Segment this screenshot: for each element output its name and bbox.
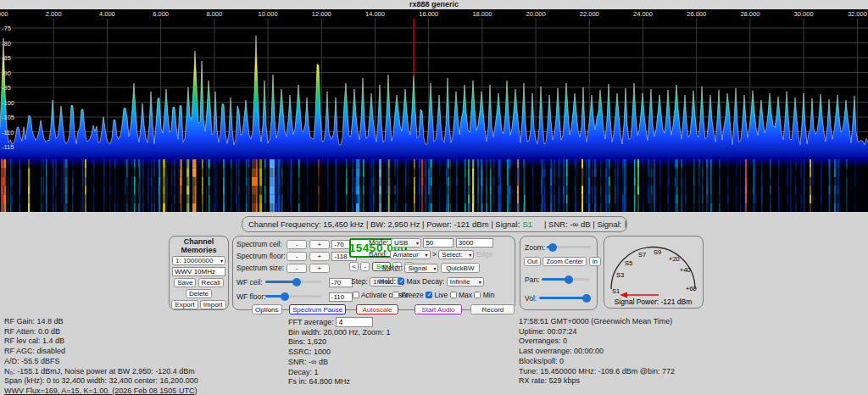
spectrum-floor-row: Spectrum floor: - + — [236, 252, 357, 261]
zoom-center-button[interactable]: Zoom Center — [542, 257, 587, 266]
meter-scale-s1: S1 — [612, 287, 620, 295]
chevron-down-icon: ▾ — [426, 252, 428, 258]
waterfall-display[interactable] — [0, 157, 868, 212]
filter-high-input[interactable] — [456, 238, 493, 248]
zoom-out-button[interactable]: Out — [524, 257, 541, 266]
max-label: Max — [459, 291, 472, 299]
min-checkbox[interactable] — [474, 292, 481, 298]
svg-text:0.000: 0.000 — [0, 10, 8, 18]
memory-label-input[interactable] — [172, 267, 225, 276]
spectrum-size-plus-button[interactable]: + — [309, 264, 330, 273]
pan-label: Pan: — [525, 275, 540, 284]
svg-text:4.000: 4.000 — [99, 10, 115, 18]
channel-memories-title-2: Memories — [170, 247, 228, 255]
stat-line: A/D: -55.5 dBFS — [4, 357, 198, 367]
band-segment-select[interactable]: Select:▾ — [438, 250, 474, 259]
step-label: Step: — [351, 277, 368, 286]
volume-slider[interactable] — [539, 297, 588, 299]
stat-line: SSRC: 1000 — [288, 348, 391, 358]
svg-text:18.000: 18.000 — [472, 10, 492, 18]
stat-line: Bin width: 20,000 Hz, Zoom: 1 — [288, 328, 391, 338]
meter-scale-p40: +40 — [680, 266, 691, 274]
tune-minus-button[interactable]: - — [360, 262, 370, 271]
zoom-in-button[interactable]: In — [589, 257, 601, 266]
svg-text:32.000: 32.000 — [848, 10, 867, 18]
freeze-checkbox[interactable] — [392, 292, 399, 298]
stat-line: RF lev cal: 1.4 dB — [4, 337, 198, 347]
volume-slider-thumb[interactable] — [582, 294, 591, 303]
stat-line: RF Gain: 14.8 dB — [4, 317, 198, 327]
main-control-panel: Spectrum ceil: - + Spectrum floor: - + S… — [232, 236, 515, 310]
zoom-slider-thumb[interactable] — [548, 243, 557, 252]
spectrum-display[interactable]: 0.0002.0004.0006.0008.00010.00012.00014.… — [0, 9, 868, 157]
svg-text:2.000: 2.000 — [46, 10, 62, 18]
spectrum-floor-minus-button[interactable]: - — [287, 252, 307, 261]
channel-memories-panel: Channel Memories 1: 10000000▾ Save Recal… — [169, 236, 229, 310]
import-button[interactable]: Import — [200, 300, 226, 309]
svg-text:10.000: 10.000 — [259, 10, 278, 18]
stat-line: Bins: 1,620 — [288, 337, 391, 348]
export-button[interactable]: Export — [171, 300, 198, 309]
stat-line: 17:58:51 GMT+0000 (Greenwich Mean Time) — [519, 317, 675, 327]
mode-label: Mode: — [369, 238, 389, 247]
wf-ceil-slider-thumb[interactable] — [292, 278, 301, 287]
pan-slider[interactable] — [542, 278, 589, 281]
meter-scale-p20: +20 — [669, 255, 680, 263]
start-audio-button[interactable]: Start Audio — [415, 304, 462, 314]
wf-ceil-value[interactable] — [329, 278, 353, 287]
recall-button[interactable]: Recall — [198, 278, 224, 287]
svg-text:6.000: 6.000 — [153, 10, 169, 18]
max-checkbox[interactable] — [450, 292, 457, 298]
spectrum-size-label: Spectrum size: — [236, 264, 285, 272]
filter-low-input[interactable] — [423, 238, 453, 248]
memory-select[interactable]: 1: 10000000▾ — [172, 256, 225, 265]
delete-button[interactable]: Delete — [186, 289, 212, 298]
hold-checkbox[interactable] — [398, 278, 404, 285]
chevron-down-icon: ▾ — [469, 252, 471, 258]
zoom-slider[interactable] — [547, 246, 591, 248]
wf-floor-slider[interactable] — [265, 295, 321, 298]
activate-cursor-checkbox[interactable] — [353, 292, 359, 298]
autoscale-button[interactable]: Autoscale — [356, 304, 398, 314]
spectrum-ceil-plus-button[interactable]: + — [309, 240, 330, 249]
spectrum-floor-plus-button[interactable]: + — [309, 252, 330, 261]
zoom-pan-vol-panel: Zoom: Out Zoom Center In Pan: Vol: — [520, 236, 598, 310]
chevron-down-icon: ▾ — [416, 240, 419, 246]
meter-select[interactable]: Signal▾ — [404, 264, 438, 273]
svg-text:12.000: 12.000 — [312, 10, 331, 18]
wf-ceil-row: WF ceil: — [236, 278, 353, 287]
spectrum-pause-button[interactable]: Spectrum Pause — [289, 304, 346, 314]
stats-right-column: 17:58:51 GMT+0000 (Greenwich Mean Time)U… — [519, 317, 675, 387]
svg-text:8.000: 8.000 — [206, 10, 222, 18]
spectrum-ceil-minus-button[interactable]: - — [287, 240, 307, 249]
svg-text:-95: -95 — [2, 84, 11, 92]
spectrum-size-minus-button[interactable]: - — [287, 264, 307, 273]
save-button[interactable]: Save — [174, 278, 196, 287]
pan-slider-thumb[interactable] — [565, 275, 573, 284]
quickbw-button[interactable]: QuickBW — [441, 263, 480, 273]
stat-line: RF Atten: 0.0 dB — [4, 327, 198, 337]
wwv-flux-link[interactable]: WWV Flux=169, A=15, K=1.00. (2026 Feb 08… — [4, 387, 198, 395]
stat-line: Blocks/poll: 0 — [519, 357, 675, 367]
svg-text:-75: -75 — [2, 25, 11, 32]
chevron-down-icon: ▾ — [479, 279, 481, 285]
spectrum-size-row: Spectrum size: - + — [236, 264, 330, 273]
live-label: Live — [435, 291, 448, 299]
vol-label: Vol: — [525, 294, 537, 303]
edge-button-disabled: Edge — [476, 250, 493, 259]
options-button[interactable]: Options — [252, 304, 282, 314]
live-checkbox[interactable] — [426, 292, 432, 298]
hold-label: Hold: — [379, 277, 396, 286]
svg-text:-90: -90 — [2, 70, 11, 77]
stat-line: RF AGC: disabled — [4, 347, 198, 357]
band-select[interactable]: Amateur▾ — [390, 250, 431, 259]
sdr-app-window: rx888 generic 0.0002.0004.0006.0008.0001… — [0, 0, 868, 395]
record-button[interactable]: Record — [470, 304, 515, 314]
svg-text:30.000: 30.000 — [794, 10, 814, 18]
fft-average-row: FFT average: — [288, 317, 391, 328]
tune-left-button[interactable]: < — [349, 262, 359, 271]
wf-ceil-slider[interactable] — [265, 281, 321, 283]
max-decay-select[interactable]: Infinite▾ — [447, 277, 484, 287]
fft-average-input[interactable] — [336, 317, 373, 327]
mode-select[interactable]: USB▾ — [391, 238, 421, 248]
